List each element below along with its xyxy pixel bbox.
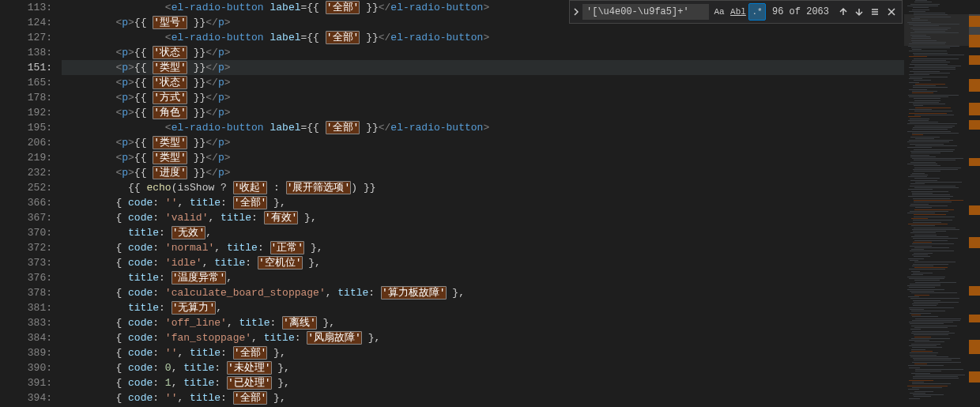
line-number: 373: xyxy=(0,255,62,270)
code-line[interactable]: <el-radio-button label={{ '全部' }}</el-ra… xyxy=(62,120,980,135)
line-number: 124: xyxy=(0,15,62,30)
line-number: 195: xyxy=(0,120,62,135)
line-number: 370: xyxy=(0,225,62,240)
code-line[interactable]: <p>{{ '类型' }}</p> xyxy=(62,135,980,150)
selection-icon xyxy=(870,7,880,17)
line-number: 372: xyxy=(0,240,62,255)
find-in-selection[interactable] xyxy=(867,4,883,20)
code-line[interactable]: title: '温度异常', xyxy=(62,270,980,285)
code-line[interactable]: title: '无效', xyxy=(62,225,980,240)
find-toggle-replace[interactable] xyxy=(570,1,582,23)
arrow-up-icon xyxy=(839,7,848,17)
line-number: 151: xyxy=(0,60,62,75)
line-number: 252: xyxy=(0,180,62,195)
code-line[interactable]: { code: 'off_line', title: '离线' }, xyxy=(62,315,980,330)
minimap[interactable] xyxy=(904,0,969,407)
find-input[interactable] xyxy=(582,4,709,20)
line-number: 376: xyxy=(0,270,62,285)
find-widget: Aa Abl .* 96 of 2063 xyxy=(569,0,903,24)
code-line[interactable]: <p>{{ '类型' }}</p> xyxy=(62,150,980,165)
line-number: 384: xyxy=(0,330,62,345)
line-number: 383: xyxy=(0,315,62,330)
code-line[interactable]: { code: 1, title: '已处理' }, xyxy=(62,375,980,390)
code-line[interactable]: { code: '', title: '全部' }, xyxy=(62,390,980,405)
code-line[interactable]: <el-radio-button label={{ '全部' }}</el-ra… xyxy=(62,30,980,45)
line-number: 138: xyxy=(0,45,62,60)
line-number: 378: xyxy=(0,285,62,300)
code-line[interactable]: <p>{{ '角色' }}</p> xyxy=(62,105,980,120)
line-number: 113: xyxy=(0,0,62,15)
line-number: 178: xyxy=(0,90,62,105)
code-line[interactable]: <p>{{ '状态' }}</p> xyxy=(62,45,980,60)
code-line[interactable]: { code: 'fan_stoppage', title: '风扇故障' }, xyxy=(62,330,980,345)
code-line[interactable]: { code: '', title: '全部' }, xyxy=(62,345,980,360)
code-line[interactable]: <p>{{ '状态' }}</p> xyxy=(62,75,980,90)
line-number: 366: xyxy=(0,195,62,210)
find-close[interactable] xyxy=(883,4,900,20)
code-line[interactable]: <p>{{ '类型' }}</p> xyxy=(62,60,980,75)
code-line[interactable]: { code: 'idle', title: '空机位' }, xyxy=(62,255,980,270)
line-number-gutter: 113:124:127:138:151:165:178:192:195:206:… xyxy=(0,0,62,407)
code-line[interactable]: title: '无算力', xyxy=(62,300,980,315)
find-next[interactable] xyxy=(851,4,867,20)
code-line[interactable]: { code: 0, title: '未处理' }, xyxy=(62,360,980,375)
code-line[interactable]: { code: 'calculate_board_stoppage', titl… xyxy=(62,285,980,300)
line-number: 391: xyxy=(0,375,62,390)
line-number: 389: xyxy=(0,345,62,360)
code-line[interactable]: { code: '', title: '全部' }, xyxy=(62,195,980,210)
line-number: 192: xyxy=(0,105,62,120)
code-line[interactable]: <p>{{ '方式' }}</p> xyxy=(62,90,980,105)
line-number: 390: xyxy=(0,360,62,375)
line-number: 381: xyxy=(0,300,62,315)
code-line[interactable]: <p>{{ '进度' }}</p> xyxy=(62,165,980,180)
find-result-count: 96 of 2063 xyxy=(772,5,829,20)
code-line[interactable]: {{ echo(isShow ? '收起' : '展开筛选项') }} xyxy=(62,180,980,195)
find-use-regex[interactable]: .* xyxy=(748,3,766,21)
arrow-down-icon xyxy=(854,7,864,17)
find-match-case[interactable]: Aa xyxy=(710,3,728,21)
close-icon xyxy=(887,7,896,17)
line-number: 127: xyxy=(0,30,62,45)
editor-area: 113:124:127:138:151:165:178:192:195:206:… xyxy=(0,0,980,407)
vertical-scrollbar[interactable] xyxy=(969,0,980,407)
line-number: 232: xyxy=(0,165,62,180)
code-line[interactable]: { code: 'valid', title: '有效' }, xyxy=(62,210,980,225)
code-content[interactable]: <el-radio-button label={{ '全部' }}</el-ra… xyxy=(62,0,980,407)
line-number: 394: xyxy=(0,390,62,405)
find-match-whole-word[interactable]: Abl xyxy=(729,3,747,21)
line-number: 367: xyxy=(0,210,62,225)
line-number: 165: xyxy=(0,75,62,90)
line-number: 206: xyxy=(0,135,62,150)
line-number: 219: xyxy=(0,150,62,165)
chevron-right-icon xyxy=(572,8,580,16)
find-previous[interactable] xyxy=(835,4,851,20)
code-line[interactable]: { code: 'normal', title: '正常' }, xyxy=(62,240,980,255)
